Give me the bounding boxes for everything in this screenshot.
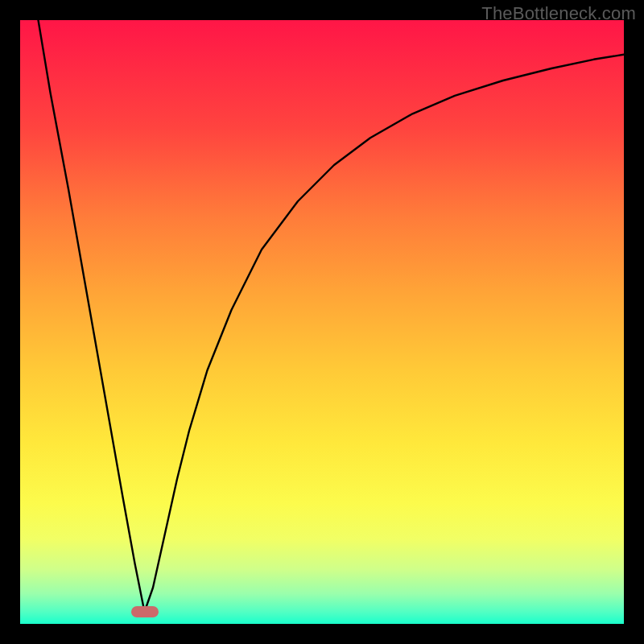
watermark-text: TheBottleneck.com: [481, 3, 636, 24]
optimal-marker: [131, 606, 159, 617]
chart-area: [20, 20, 624, 624]
